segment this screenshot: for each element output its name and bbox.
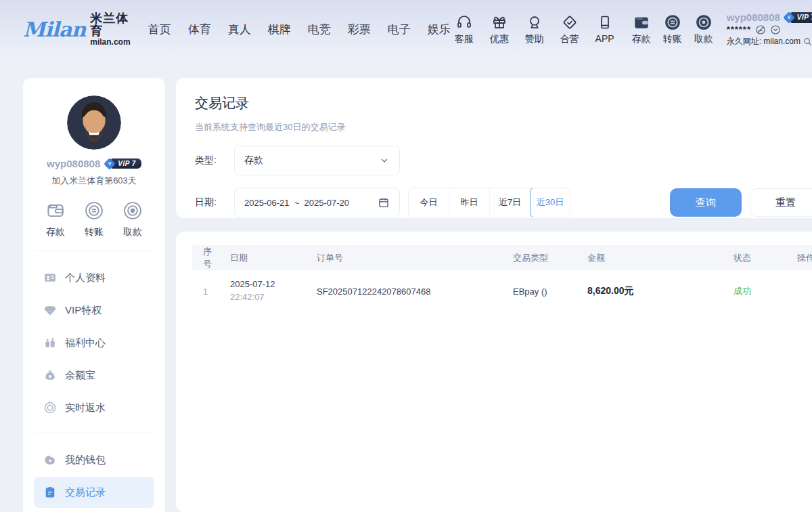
col-amount: 金额: [582, 252, 717, 264]
sidebar-item-transaction-records-label: 交易记录: [65, 486, 106, 499]
eye-slash-icon[interactable]: [755, 24, 766, 35]
sidebar-item-profile[interactable]: 个人资料: [34, 262, 154, 293]
nav-slots[interactable]: 电子: [388, 22, 411, 37]
range-today-button[interactable]: 今日: [409, 188, 449, 217]
sidebar-withdraw-label: 取款: [123, 226, 142, 238]
row-index: 1: [192, 286, 225, 297]
gem-icon: [43, 303, 57, 317]
withdraw-button[interactable]: 取款: [690, 14, 717, 45]
masked-balance: ******: [727, 24, 751, 35]
user-info-block: wyp080808 V VIP 7 ****** 永久网址: milan.com: [727, 12, 812, 47]
row-datetime: 2025-07-12 22:42:07: [225, 278, 311, 304]
permanent-url-text: 永久网址: milan.com: [727, 37, 800, 47]
withdraw-label: 取款: [694, 33, 713, 45]
transfer-icon: [664, 14, 681, 31]
sidebar-vip-badge: V VIP 7: [104, 158, 141, 169]
vip-badge: V VIP 7: [784, 12, 812, 24]
header-quick-links: 客服 优惠 赞助 合营: [451, 14, 618, 45]
sidebar-item-transaction-records[interactable]: 交易记录: [34, 477, 154, 508]
sidebar-item-rebate[interactable]: 实时返水: [34, 392, 154, 423]
sidebar-item-benefits-label: 福利中心: [65, 337, 106, 349]
reset-button[interactable]: 重置: [750, 188, 812, 217]
range-7days-button[interactable]: 近7日: [490, 188, 531, 217]
customer-service-button[interactable]: 客服: [451, 14, 478, 45]
nav-esports[interactable]: 电竞: [308, 22, 331, 37]
app-label: APP: [595, 33, 614, 44]
sidebar-menu: 个人资料 VIP特权 福利中心 余额宝: [32, 251, 156, 423]
row-amount: 8,620.00元: [582, 285, 717, 297]
date-filter-label: 日期:: [195, 196, 234, 209]
chevron-down-icon: [379, 155, 390, 166]
affiliate-button[interactable]: 合营: [556, 14, 583, 45]
nav-live-casino[interactable]: 真人: [228, 22, 251, 37]
sidebar-item-benefits[interactable]: 福利中心: [34, 327, 154, 358]
sidebar-item-yuebao-label: 余额宝: [65, 369, 95, 382]
nav-entertainment[interactable]: 娱乐: [428, 22, 451, 37]
range-30days-button[interactable]: 近30日: [530, 188, 570, 217]
sidebar-transfer-button[interactable]: 转账: [76, 200, 112, 238]
sidebar-item-vip[interactable]: VIP特权: [34, 295, 154, 326]
deposit-wallet-icon: [633, 14, 650, 31]
deposit-button[interactable]: 存款: [628, 14, 655, 45]
sidebar-item-vip-label: VIP特权: [65, 304, 102, 317]
row-order-no: SF202507122242078607468: [311, 286, 508, 297]
type-select-value: 存款: [244, 154, 379, 167]
range-yesterday-button[interactable]: 昨日: [449, 188, 490, 217]
top-navbar: Milan 米兰体育 milan.com 首页 体育 真人 棋牌 电竞 彩票 电…: [0, 0, 812, 58]
sidebar-item-yuebao[interactable]: 余额宝: [34, 360, 154, 391]
sidebar-transfer-label: 转账: [85, 226, 104, 238]
rebate-icon: [43, 401, 57, 414]
sidebar-vip-level-label: VIP 7: [111, 158, 141, 169]
withdraw-outline-icon: [122, 200, 143, 221]
row-date: 2025-07-12: [230, 279, 275, 289]
sidebar-quick-actions: 存款 转账 取款: [32, 187, 156, 251]
transaction-records-icon: [43, 486, 57, 499]
row-type: EBpay (): [508, 286, 582, 297]
calendar-icon: [378, 196, 390, 209]
app-download-button[interactable]: APP: [591, 14, 618, 45]
logo-script-text: Milan: [23, 18, 85, 41]
promotions-button[interactable]: 优惠: [486, 14, 513, 45]
nav-home[interactable]: 首页: [148, 22, 171, 37]
my-wallet-icon: [43, 453, 57, 467]
logo-cn-text: 米兰体育: [90, 12, 130, 38]
sidebar-username: wyp080808: [47, 158, 100, 169]
sidebar-item-rebate-label: 实时返水: [65, 402, 106, 414]
username-text[interactable]: wyp080808: [727, 12, 780, 24]
col-date: 日期: [225, 252, 311, 264]
sidebar-withdraw-button[interactable]: 取款: [115, 200, 150, 238]
main-nav: 首页 体育 真人 棋牌 电竞 彩票 电子 娱乐: [148, 22, 451, 37]
sidebar-menu-bottom: 我的钱包 交易记录: [32, 433, 156, 508]
page-title: 交易记录: [195, 94, 812, 112]
transfer-label: 转账: [663, 33, 682, 45]
chevron-down-circle-icon[interactable]: [770, 24, 781, 35]
headset-icon: [455, 14, 473, 31]
sponsorship-button[interactable]: 赞助: [521, 14, 548, 45]
page-subtitle: 当前系统支持查询最近30日的交易记录: [195, 121, 812, 133]
search-button[interactable]: 查询: [670, 188, 742, 217]
id-card-icon: [43, 271, 57, 284]
sidebar-item-my-wallet[interactable]: 我的钱包: [34, 444, 154, 475]
nav-lottery[interactable]: 彩票: [348, 22, 371, 37]
nav-card-games[interactable]: 棋牌: [268, 22, 291, 37]
transfer-button[interactable]: 转账: [659, 14, 686, 45]
nav-sports[interactable]: 体育: [188, 22, 211, 37]
sidebar-deposit-button[interactable]: 存款: [38, 200, 73, 238]
sidebar-avatar[interactable]: [67, 95, 121, 150]
handshake-icon: [561, 14, 579, 31]
table-header-row: 序号 日期 订单号 交易类型 金额 状态 操作: [192, 245, 812, 270]
promotions-label: 优惠: [490, 33, 509, 45]
sponsorship-label: 赞助: [525, 33, 544, 45]
withdraw-coin-icon: [695, 14, 713, 31]
sidebar-item-profile-label: 个人资料: [65, 272, 106, 284]
magnifier-icon[interactable]: [803, 37, 812, 47]
date-range-picker[interactable]: [234, 188, 400, 217]
wallet-outline-icon: [45, 200, 66, 221]
type-select[interactable]: 存款: [234, 146, 400, 175]
site-logo[interactable]: Milan 米兰体育 milan.com: [23, 12, 131, 46]
trophy-icon: [526, 14, 543, 31]
filter-panel: 交易记录 当前系统支持查询最近30日的交易记录 类型: 存款 日期:: [176, 78, 812, 218]
row-status: 成功: [728, 285, 785, 297]
col-action: 操作: [785, 252, 812, 264]
date-range-input[interactable]: [244, 198, 378, 208]
